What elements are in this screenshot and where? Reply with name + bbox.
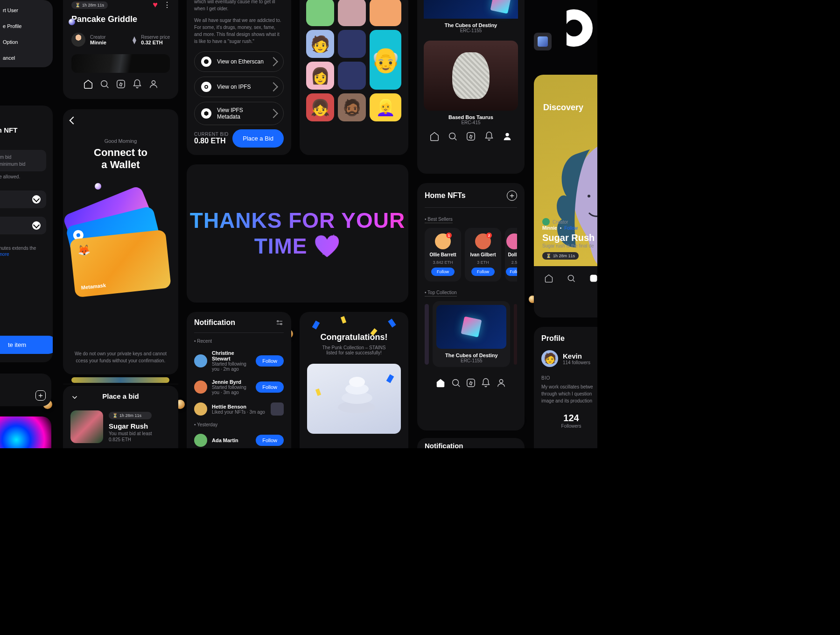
detail-text-2: We all have sugar that we are addicted t…	[194, 17, 284, 45]
congrats-line: listed for sale successfully!	[307, 350, 401, 355]
ipfs-meta-link[interactable]: View IPFS Metadata	[194, 102, 284, 125]
bell-icon[interactable]	[132, 78, 143, 90]
svg-point-4	[449, 133, 455, 139]
ipfs-link[interactable]: View on IPFS	[194, 77, 284, 97]
profile-title: Profile	[541, 334, 597, 343]
nft-card-sub: ERC-1155	[417, 28, 525, 33]
search-icon[interactable]	[447, 131, 458, 142]
notification-item[interactable]: Christine StewartStarted following you ·…	[194, 346, 284, 375]
search-icon[interactable]	[566, 273, 577, 284]
more-icon[interactable]: ⋮	[163, 3, 170, 7]
greeting: Good Morning	[72, 138, 169, 144]
etherscan-link[interactable]: View on Etherscan	[194, 51, 284, 72]
bid-amount: 0.825 ETH	[109, 437, 152, 442]
nft-card-title: The Cubes of Destiny	[417, 22, 525, 28]
svg-rect-9	[590, 275, 597, 282]
svg-point-12	[499, 380, 503, 383]
heart-icon[interactable]: ♥	[153, 0, 158, 10]
search-icon[interactable]	[99, 78, 110, 90]
follow-link[interactable]: Follow	[564, 226, 578, 231]
follow-button[interactable]: Follow	[431, 268, 455, 276]
creator-label: Creator	[90, 35, 106, 40]
seller-card[interactable]: 2 Ivan Gilbert 3 ETH Follow	[465, 228, 501, 282]
congrats-line: The Punk Collection – STAINS	[307, 345, 401, 350]
bell-icon[interactable]	[480, 377, 491, 388]
bio-text: My work oscillates betwe through which I…	[541, 383, 597, 404]
svg-rect-1	[117, 80, 125, 88]
filter-icon[interactable]	[275, 318, 284, 327]
compass-icon[interactable]	[465, 131, 476, 142]
menu-item[interactable]: e Profile	[3, 23, 46, 29]
fox-icon: 🦊	[77, 237, 161, 257]
discovery-title: Discovery	[543, 103, 583, 113]
home-icon[interactable]	[429, 131, 440, 142]
bid-hint: You must bid at least	[109, 431, 152, 436]
chevron-right-icon	[269, 82, 278, 92]
add-icon[interactable]: ＋	[507, 190, 517, 201]
compass-icon[interactable]	[588, 273, 597, 284]
menu-item[interactable]: ancel	[3, 55, 46, 61]
nft-card-title: Based Bos Taurus	[417, 114, 525, 120]
dropdown-1[interactable]	[0, 190, 46, 208]
notification-title: Notification	[194, 318, 235, 327]
home-icon[interactable]	[435, 377, 446, 388]
nft-title: Pancake Griddle	[71, 14, 170, 24]
seller-card[interactable]: Dollie 2.5 Follo	[505, 228, 517, 282]
home-icon[interactable]	[83, 78, 94, 90]
dropdown-2[interactable]	[0, 217, 46, 234]
section-title: e an NFT	[0, 126, 46, 134]
recent-label: Recent	[197, 339, 212, 344]
follow-button[interactable]: Follow	[256, 355, 284, 367]
search-icon[interactable]	[450, 377, 462, 388]
bid-hint: on't be allowed.	[0, 174, 46, 179]
yesterday-label: Yesterday	[197, 422, 217, 427]
creator-name: Minnie	[542, 226, 557, 231]
reserve-price: 0.32 ETH	[141, 40, 170, 45]
discovery-desc: Sugar rush is the final de	[542, 243, 597, 248]
profile-name: Kevin	[563, 352, 590, 360]
svg-point-14	[280, 324, 282, 325]
svg-point-0	[101, 81, 107, 87]
user-icon[interactable]	[148, 78, 159, 90]
back-icon[interactable]	[70, 118, 76, 123]
min-bid-input[interactable]: er minimum bid	[0, 162, 41, 167]
notification-item[interactable]: Ada Martin Follow	[194, 430, 284, 448]
user-icon[interactable]	[502, 131, 513, 142]
follow-button[interactable]: Follo	[506, 268, 517, 276]
current-bid-label: CURRENT BID	[194, 132, 229, 137]
followers-count: 124	[563, 413, 579, 423]
chevron-right-icon	[269, 57, 278, 66]
detail-text-1: which will eventually cause me to get il…	[194, 0, 284, 12]
notification-title: Notification	[425, 442, 463, 448]
add-icon[interactable]: ＋	[35, 390, 46, 401]
svg-point-10	[452, 380, 458, 386]
nft-thumb	[271, 402, 284, 416]
svg-point-8	[568, 275, 574, 281]
notification-item[interactable]: Jennie ByrdStarted following you · 3m ag…	[194, 375, 284, 399]
follow-button[interactable]: Follow	[471, 268, 495, 276]
place-bid-title: Place a bid	[102, 392, 139, 400]
svg-rect-5	[467, 133, 475, 141]
follow-button[interactable]: Follow	[256, 435, 284, 446]
svg-point-7	[588, 195, 590, 198]
reserve-label: Reserve price	[141, 35, 170, 40]
learn-more-link[interactable]: earn more	[0, 252, 46, 257]
thanks-banner: THANKS FOR YOUR TIME 💖	[187, 208, 408, 259]
seller-card[interactable]: 1 Ollie Barrett 3.842 ETH Follow	[425, 228, 461, 282]
compass-icon[interactable]	[465, 377, 476, 388]
home-icon[interactable]	[543, 273, 554, 284]
chevron-down-icon[interactable]	[70, 393, 79, 402]
bell-icon[interactable]	[483, 131, 495, 142]
menu-item[interactable]: Option	[3, 39, 46, 45]
svg-rect-11	[467, 379, 475, 387]
timer-chip: ⏳ 1h 28m 11s	[71, 1, 108, 9]
etherscan-icon	[201, 56, 211, 67]
create-item-button[interactable]: te item	[0, 336, 53, 354]
menu-item[interactable]: rt User	[3, 7, 46, 13]
follow-button[interactable]: Follow	[256, 381, 284, 393]
compass-icon[interactable]	[115, 78, 126, 90]
user-icon[interactable]	[496, 377, 507, 388]
congrats-title: Congratulations!	[307, 332, 401, 342]
notification-item[interactable]: Hettie BensonLiked your NFTs · 3m ago	[194, 399, 284, 419]
place-bid-button[interactable]: Place a Bid	[232, 129, 284, 148]
